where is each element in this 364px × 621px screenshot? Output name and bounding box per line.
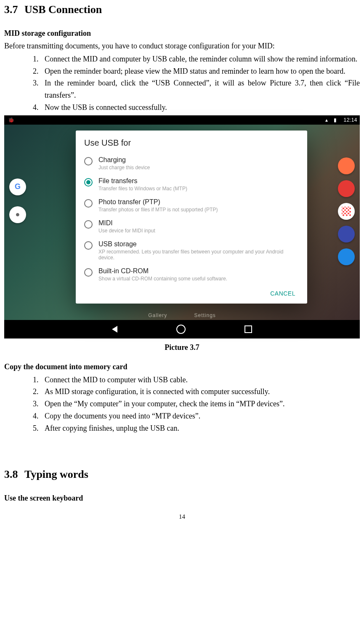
home-app-labels: Gallery Settings	[4, 312, 360, 318]
list2-item-4: Copy the documents you need into “MTP de…	[33, 410, 360, 422]
settings-label: Settings	[194, 312, 216, 318]
picture-caption: Picture 3.7	[4, 342, 360, 354]
list2-item-2: As MID storage configuration, it is conn…	[33, 386, 360, 398]
dialog-actions: CANCEL	[84, 285, 299, 300]
option-desc: Show a virtual CD-ROM containing some us…	[98, 276, 227, 282]
contacts-icon[interactable]	[338, 226, 355, 243]
section-38-number: 3.8	[4, 468, 24, 481]
phone-icon[interactable]	[338, 248, 355, 265]
battery-icon	[334, 117, 340, 123]
option-desc: Just charge this device	[98, 165, 150, 171]
option-label: USB storage	[98, 240, 299, 248]
option-label: Charging	[98, 156, 150, 164]
list1-item-4: Now the USB is connected successfully.	[33, 101, 360, 114]
option-ptp[interactable]: Photo transfer (PTP) Transfer photos or …	[84, 195, 299, 216]
section-38-title: Typing words	[24, 468, 88, 480]
google-search-icon[interactable]: G	[9, 179, 26, 195]
radio-checked-icon	[84, 178, 93, 187]
option-label: Built-in CD-ROM	[98, 267, 227, 275]
voice-search-icon[interactable]: ●	[9, 206, 26, 223]
nav-bar	[4, 320, 360, 338]
page-number: 14	[4, 513, 360, 520]
status-bar: 12:14	[4, 115, 360, 125]
signal-icon	[325, 117, 331, 123]
status-time: 12:14	[343, 117, 357, 123]
debug-icon	[8, 117, 14, 123]
option-desc: Transfer photos or files if MTP is not s…	[98, 207, 218, 213]
apps-drawer-icon[interactable]	[338, 203, 355, 220]
option-desc: XP recommended. Lets you transfer files …	[98, 249, 299, 261]
option-charging[interactable]: Charging Just charge this device	[84, 153, 299, 174]
app-icon-1[interactable]	[338, 157, 355, 174]
option-desc: Transfer files to Windows or Mac (MTP)	[98, 186, 187, 192]
list2-item-3: Open the “My computer” in your computer,…	[33, 398, 360, 410]
mid-storage-subhead: MID storage configuration	[4, 28, 360, 40]
radio-unchecked-icon	[84, 268, 93, 277]
list2-item-1: Connect the MID to computer with USB cab…	[33, 374, 360, 386]
section-38-heading: 3.8Typing words	[4, 468, 360, 481]
option-cdrom[interactable]: Built-in CD-ROM Show a virtual CD-ROM co…	[84, 264, 299, 285]
section-37-title: USB Connection	[24, 3, 102, 16]
storage-config-list: Connect the MID and computer by USB cabl…	[4, 53, 360, 114]
copy-doc-subhead: Copy the document into memory card	[4, 361, 360, 373]
use-usb-dialog: Use USB for Charging Just charge this de…	[76, 131, 307, 304]
list1-item-3: In the reminder board, click the “USB Co…	[33, 77, 360, 101]
android-screenshot: 12:14 G ● Gallery Settings Use USB for C…	[4, 115, 360, 338]
option-desc: Use device for MIDI input	[98, 228, 155, 234]
radio-unchecked-icon	[84, 157, 93, 165]
home-button-icon[interactable]	[176, 325, 186, 334]
left-app-shortcuts: G ●	[9, 179, 26, 223]
option-label: Photo transfer (PTP)	[98, 198, 218, 206]
app-icon-2[interactable]	[338, 180, 355, 197]
copy-doc-list: Connect the MID to computer with USB cab…	[4, 374, 360, 434]
option-label: MIDI	[98, 219, 155, 227]
radio-unchecked-icon	[84, 241, 93, 250]
gallery-label: Gallery	[148, 312, 167, 318]
section-37-heading: 3.7USB Connection	[4, 3, 360, 16]
back-button-icon[interactable]	[112, 326, 117, 333]
recent-button-icon[interactable]	[244, 325, 252, 333]
section-37-number: 3.7	[4, 3, 24, 16]
option-midi[interactable]: MIDI Use device for MIDI input	[84, 216, 299, 237]
option-usb-storage[interactable]: USB storage XP recommended. Lets you tra…	[84, 237, 299, 264]
intro-text: Before transmitting documents, you have …	[4, 40, 360, 52]
list2-item-5: After copying finishes, unplug the USB c…	[33, 422, 360, 434]
cancel-button[interactable]: CANCEL	[267, 288, 299, 299]
option-label: File transfers	[98, 177, 187, 185]
right-dock	[338, 157, 355, 265]
radio-unchecked-icon	[84, 199, 93, 208]
option-file-transfers[interactable]: File transfers Transfer files to Windows…	[84, 174, 299, 195]
screen-keyboard-subhead: Use the screen keyboard	[4, 493, 360, 504]
list1-item-1: Connect the MID and computer by USB cabl…	[33, 53, 360, 65]
dialog-title: Use USB for	[84, 138, 299, 148]
list1-item-2: Open the reminder board; please view the…	[33, 65, 360, 77]
radio-unchecked-icon	[84, 220, 93, 229]
